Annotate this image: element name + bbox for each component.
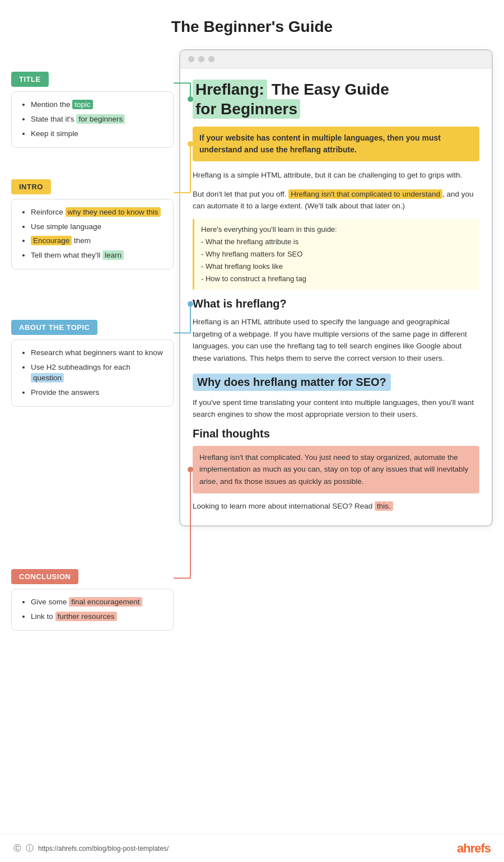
- conclusion-section: CONCLUSION Give some final encouragement…: [11, 569, 174, 631]
- why-they-need-highlight: why they need to know this: [66, 207, 161, 217]
- conclusion-label: CONCLUSION: [11, 569, 78, 584]
- title-bullet-box: Mention the topic State that it's for be…: [11, 91, 174, 148]
- conclusion-bullet-1: Give some final encouragement: [31, 597, 164, 608]
- further-resources-highlight: further resources: [55, 612, 117, 621]
- intro-bullets: Reinforce why they need to know this Use…: [21, 207, 164, 262]
- h2-what-is-hreflang: What is hreflang?: [193, 297, 479, 310]
- about-section: ABOUT THE TOPIC Research what beginners …: [11, 320, 174, 407]
- read-more-pre: Looking to learn more about internationa…: [193, 502, 375, 510]
- main-layout: TITLE Mention the topic State that it's …: [0, 49, 504, 664]
- intro-section: INTRO Reinforce why they need to know th…: [11, 179, 174, 270]
- intro-label: INTRO: [11, 179, 51, 194]
- read-more-link[interactable]: this.: [375, 501, 393, 511]
- title-bullet-1: Mention the topic: [31, 100, 164, 110]
- intro-bullet-1: Reinforce why they need to know this: [31, 207, 164, 218]
- conclusion-bullets: Give some final encouragement Link to fu…: [21, 597, 164, 622]
- guide-item-4: - How to construct a hreflang tag: [201, 273, 473, 285]
- guide-item-2: - Why hreflang matters for SEO: [201, 248, 473, 260]
- encourage-highlight: Encourage: [31, 236, 72, 245]
- guide-list-box: Here's everything you'll learn in this g…: [193, 219, 479, 290]
- about-bullet-box: Research what beginners want to know Use…: [11, 339, 174, 407]
- left-panel: TITLE Mention the topic State that it's …: [11, 49, 174, 631]
- article-title: Hreflang: The Easy Guide for Beginners: [193, 80, 479, 119]
- page-wrapper: The Beginner's Guide TITLE: [0, 0, 504, 664]
- browser-dot-3: [208, 56, 214, 62]
- body-text-2: But don't let that put you off. Hreflang…: [193, 188, 479, 212]
- about-bullet-1: Research what beginners want to know: [31, 348, 164, 358]
- body-text-3: Hreflang is an HTML attribute used to sp…: [193, 316, 479, 364]
- article-title-rest: The Easy Guide: [267, 81, 389, 98]
- question-highlight: question: [31, 373, 64, 383]
- intro-highlight-box: If your website has content in multiple …: [193, 127, 479, 161]
- intro-bullet-box: Reinforce why they need to know this Use…: [11, 199, 174, 270]
- browser-dot-2: [198, 56, 204, 62]
- title-bullet-3: Keep it simple: [31, 129, 164, 139]
- body-text-4: If you've spent time translating your co…: [193, 397, 479, 421]
- footer: Ⓒ ⓘ https://ahrefs.com/blog/blog-post-te…: [0, 834, 504, 862]
- ahrefs-logo: ahrefs: [457, 841, 491, 856]
- conclusion-bullet-box: Give some final encouragement Link to fu…: [11, 589, 174, 631]
- body2-pre: But don't let that put you off.: [193, 190, 288, 198]
- final-encouragement-highlight: final encouragement: [69, 597, 142, 607]
- topic-highlight: topic: [72, 100, 93, 109]
- intro-bullet-3: Encourage them: [31, 236, 164, 246]
- intro-bullet-4: Tell them what they'll learn: [31, 250, 164, 261]
- about-label: ABOUT THE TOPIC: [11, 320, 97, 335]
- body-text-1: Hreflang is a simple HTML attribute, but…: [193, 169, 479, 181]
- footer-url[interactable]: https://ahrefs.com/blog/blog-post-templa…: [38, 845, 169, 852]
- about-bullet-3: Provide the answers: [31, 388, 164, 398]
- h3-final-thoughts: Final thoughts: [193, 427, 479, 440]
- about-bullet-2: Use H2 subheadings for each question: [31, 362, 164, 384]
- for-beginners-highlight: for beginners: [76, 114, 125, 124]
- browser-window: Hreflang: The Easy Guide for Beginners I…: [179, 49, 493, 526]
- guide-intro-text: Here's everything you'll learn in this g…: [201, 223, 473, 236]
- body2-highlight: Hreflang isn't that complicated to under…: [288, 189, 442, 199]
- guide-item-1: - What the hreflang attribute is: [201, 236, 473, 248]
- footer-left: Ⓒ ⓘ https://ahrefs.com/blog/blog-post-te…: [13, 844, 169, 854]
- cc-icon: Ⓒ: [13, 844, 21, 854]
- title-section: TITLE Mention the topic State that it's …: [11, 72, 174, 148]
- right-panel: Hreflang: The Easy Guide for Beginners I…: [179, 49, 493, 526]
- about-bullets: Research what beginners want to know Use…: [21, 348, 164, 398]
- info-icon: ⓘ: [26, 844, 34, 854]
- for-beginners-title-highlight: for Beginners: [193, 99, 300, 119]
- title-bullet-2: State that it's for beginners: [31, 114, 164, 125]
- title-label: TITLE: [11, 72, 49, 87]
- learn-highlight: learn: [102, 250, 124, 260]
- hreflang-title-highlight: Hreflang:: [193, 80, 267, 99]
- page-title: The Beginner's Guide: [0, 0, 504, 49]
- conclusion-highlight-box: Hreflang isn't that complicated. You jus…: [193, 446, 479, 493]
- guide-item-3: - What hreflang looks like: [201, 260, 473, 273]
- browser-bar: [180, 50, 492, 68]
- title-bullets: Mention the topic State that it's for be…: [21, 100, 164, 139]
- h2-why-hreflang: Why does hreflang matter for SEO?: [193, 374, 391, 391]
- browser-dot-1: [188, 56, 194, 62]
- intro-bullet-2: Use simple language: [31, 222, 164, 232]
- browser-content: Hreflang: The Easy Guide for Beginners I…: [180, 68, 492, 525]
- conclusion-bullet-2: Link to further resources: [31, 612, 164, 622]
- read-more-text: Looking to learn more about internationa…: [193, 500, 479, 512]
